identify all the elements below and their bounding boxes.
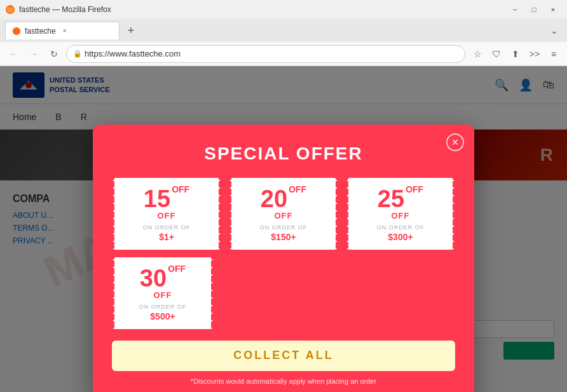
- modal-disclaimer: *Discounts would automatically apply whe…: [112, 377, 455, 385]
- firefox-icon: [5, 4, 15, 15]
- coupon-2-off: OFF: [236, 211, 331, 220]
- collect-all-button[interactable]: COLLECT ALL: [112, 341, 455, 371]
- modal-title: SPECIAL OFFER: [112, 144, 455, 164]
- window-title: fastteche — Mozilla Firefox: [19, 5, 111, 14]
- title-bar-controls: − □ ×: [506, 3, 562, 16]
- address-bar[interactable]: 🔒 https://www.fastteche.com: [66, 45, 465, 63]
- tab-overflow-button[interactable]: ⌄: [547, 23, 562, 38]
- coupon-4-on-order: ON ORDER OF: [120, 304, 206, 310]
- coupon-3-percent: 25OFF: [353, 187, 447, 211]
- coupon-1-off: OFF: [120, 211, 214, 220]
- nav-bar: ← → ↻ 🔒 https://www.fastteche.com ☆ 🛡 ⬆ …: [0, 42, 567, 66]
- nav-right-buttons: ☆ 🛡 ⬆ >> ≡: [469, 46, 562, 62]
- coupon-3-off: OFF: [353, 211, 447, 220]
- coupon-4-off: OFF: [120, 290, 206, 300]
- maximize-button[interactable]: □: [525, 3, 543, 16]
- coupons-row2: 30OFF OFF ON ORDER OF $500+: [112, 257, 455, 329]
- modal-overlay: × SPECIAL OFFER 15OFF OFF ON ORDER OF $1…: [0, 66, 567, 392]
- special-offer-modal: × SPECIAL OFFER 15OFF OFF ON ORDER OF $1…: [93, 125, 474, 393]
- back-button[interactable]: ←: [5, 46, 22, 62]
- coupon-1-amount: $1+: [120, 232, 214, 242]
- coupon-2: 20OFF OFF ON ORDER OF $150+: [229, 178, 338, 250]
- tab-favicon: [12, 27, 21, 36]
- browser-chrome: fastteche — Mozilla Firefox − □ × fastte…: [0, 0, 567, 66]
- shield-button[interactable]: 🛡: [488, 46, 505, 62]
- menu-button[interactable]: ≡: [545, 46, 562, 62]
- coupon-2-amount: $150+: [236, 232, 331, 242]
- modal-close-button[interactable]: ×: [446, 133, 464, 151]
- coupon-1-on-order: ON ORDER OF: [120, 224, 214, 231]
- new-tab-button[interactable]: +: [122, 22, 140, 39]
- coupon-2-percent: 20OFF: [236, 187, 331, 211]
- address-bar-icons: 🔒: [73, 50, 82, 58]
- coupons-grid: 15OFF OFF ON ORDER OF $1+ 20OFF OFF ON O…: [112, 178, 455, 250]
- title-bar: fastteche — Mozilla Firefox − □ ×: [0, 0, 567, 19]
- bookmark-button[interactable]: ☆: [469, 46, 486, 62]
- title-bar-left: fastteche — Mozilla Firefox: [5, 4, 111, 15]
- page-content: UNITED STATESPOSTAL SERVICE 🔍 👤 🛍 Home B…: [0, 66, 567, 392]
- coupon-3-on-order: ON ORDER OF: [353, 224, 447, 231]
- url-display: https://www.fastteche.com: [85, 49, 458, 58]
- coupon-1: 15OFF OFF ON ORDER OF $1+: [112, 178, 221, 250]
- coupon-2-on-order: ON ORDER OF: [236, 224, 331, 231]
- coupon-4-percent: 30OFF: [120, 266, 206, 290]
- refresh-button[interactable]: ↻: [46, 46, 62, 62]
- coupon-3-amount: $300+: [353, 232, 447, 242]
- tab-label: fastteche: [25, 27, 56, 36]
- coupon-4: 30OFF OFF ON ORDER OF $500+: [112, 257, 214, 329]
- extensions-button[interactable]: >>: [526, 46, 543, 62]
- share-button[interactable]: ⬆: [507, 46, 524, 62]
- browser-tab[interactable]: fastteche ×: [5, 22, 120, 39]
- security-icon: 🔒: [73, 50, 82, 58]
- minimize-button[interactable]: −: [506, 3, 524, 16]
- coupon-4-amount: $500+: [120, 311, 206, 321]
- forward-button[interactable]: →: [25, 46, 42, 62]
- coupon-1-percent: 15OFF: [120, 187, 214, 211]
- close-window-button[interactable]: ×: [544, 3, 562, 16]
- close-tab-button[interactable]: ×: [60, 26, 70, 36]
- coupon-3: 25OFF OFF ON ORDER OF $300+: [346, 178, 455, 250]
- tab-bar: fastteche × + ⌄: [0, 19, 567, 42]
- svg-point-1: [13, 27, 20, 34]
